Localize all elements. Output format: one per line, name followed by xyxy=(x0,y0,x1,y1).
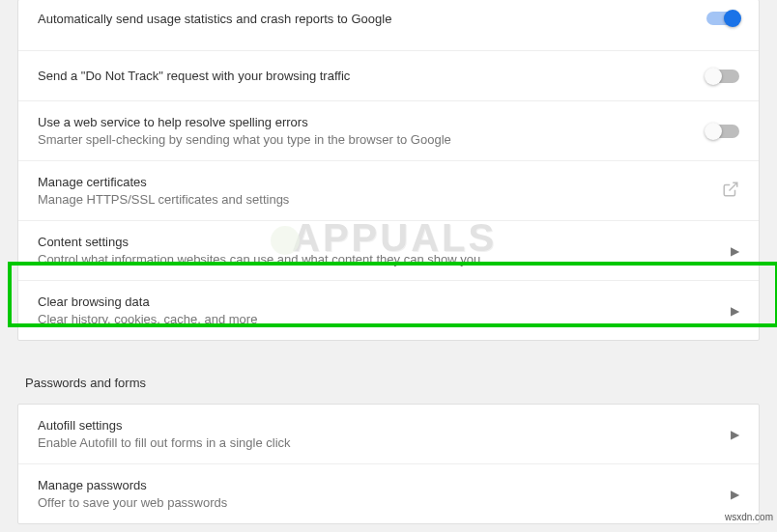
toggle-do-not-track[interactable] xyxy=(706,70,739,83)
toggle-spelling-service[interactable] xyxy=(706,125,739,138)
item-subtitle: Clear history, cookies, cache, and more xyxy=(38,312,721,326)
setting-manage-certificates[interactable]: Manage certificates Manage HTTPS/SSL cer… xyxy=(18,160,759,220)
setting-do-not-track[interactable]: Send a "Do Not Track" request with your … xyxy=(18,50,759,100)
item-subtitle: Manage HTTPS/SSL certificates and settin… xyxy=(38,192,712,207)
item-title: Use a web service to help resolve spelli… xyxy=(38,115,706,129)
chevron-right-icon: ▶ xyxy=(731,488,739,501)
chevron-right-icon: ▶ xyxy=(731,244,739,258)
item-title: Content settings xyxy=(38,235,721,249)
footer-attribution: wsxdn.com xyxy=(725,512,773,522)
item-text: Use a web service to help resolve spelli… xyxy=(38,115,706,147)
item-title: Manage passwords xyxy=(38,478,721,492)
item-title: Autofill settings xyxy=(38,418,721,433)
setting-manage-passwords[interactable]: Manage passwords Offer to save your web … xyxy=(18,463,759,523)
item-title: Manage certificates xyxy=(38,175,712,189)
item-text: Send a "Do Not Track" request with your … xyxy=(38,69,706,83)
item-text: Clear browsing data Clear history, cooki… xyxy=(38,294,721,326)
item-subtitle: Enable Autofill to fill out forms in a s… xyxy=(38,435,721,450)
toggle-usage-statistics[interactable] xyxy=(706,12,739,25)
item-text: Autofill settings Enable Autofill to fil… xyxy=(38,418,721,450)
item-text: Automatically send usage statistics and … xyxy=(38,12,706,26)
item-title: Send a "Do Not Track" request with your … xyxy=(38,69,706,83)
chevron-right-icon: ▶ xyxy=(731,304,739,318)
item-text: Manage passwords Offer to save your web … xyxy=(38,478,721,510)
external-link-icon xyxy=(722,181,739,201)
passwords-section-panel: Autofill settings Enable Autofill to fil… xyxy=(17,404,760,524)
item-subtitle: Smarter spell-checking by sending what y… xyxy=(38,132,706,147)
item-title: Automatically send usage statistics and … xyxy=(38,12,706,26)
chevron-right-icon: ▶ xyxy=(731,428,739,441)
item-title: Clear browsing data xyxy=(38,294,721,309)
item-text: Manage certificates Manage HTTPS/SSL cer… xyxy=(38,175,712,207)
privacy-section-panel: Automatically send usage statistics and … xyxy=(17,0,760,341)
item-text: Content settings Control what informatio… xyxy=(38,235,721,266)
setting-spelling-service[interactable]: Use a web service to help resolve spelli… xyxy=(18,100,759,160)
setting-content-settings[interactable]: Content settings Control what informatio… xyxy=(18,220,759,280)
svg-line-0 xyxy=(730,182,737,190)
setting-usage-statistics[interactable]: Automatically send usage statistics and … xyxy=(18,0,759,50)
item-subtitle: Offer to save your web passwords xyxy=(38,495,721,510)
item-subtitle: Control what information websites can us… xyxy=(38,252,721,266)
passwords-forms-heading: Passwords and forms xyxy=(0,356,777,404)
setting-autofill[interactable]: Autofill settings Enable Autofill to fil… xyxy=(18,405,759,463)
setting-clear-browsing-data[interactable]: Clear browsing data Clear history, cooki… xyxy=(18,280,759,340)
